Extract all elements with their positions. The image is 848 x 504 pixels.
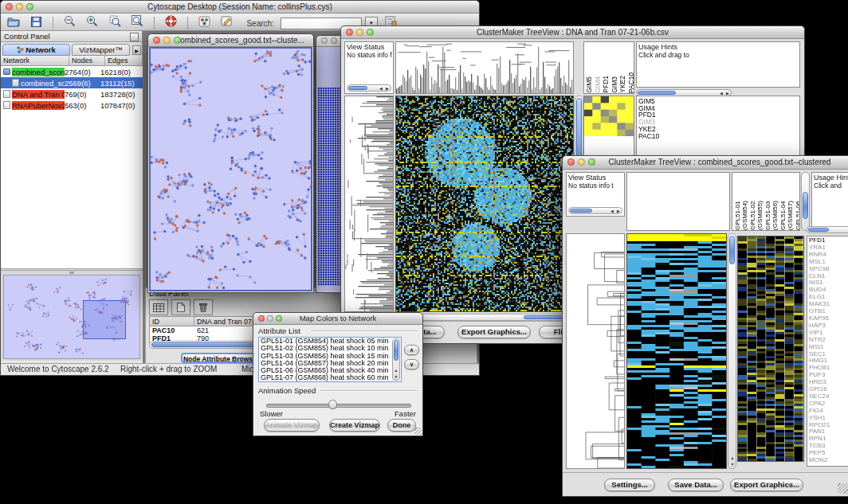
scroll-up-icon[interactable]: ▲ [393, 368, 399, 373]
column-label[interactable]: GPL51-04 (GSM857) [779, 173, 794, 230]
attribute-table-icon[interactable] [149, 299, 168, 315]
minimize-button[interactable] [267, 315, 273, 322]
attribute-item[interactable]: GPL51-07 (GSM868) heat shock 60 min [259, 374, 401, 381]
network-row[interactable]: RNAPuberNov2+ 563(0) 107847(0) [1, 100, 143, 111]
heatmap-vscrollbar[interactable]: ▲ ▼ [728, 233, 736, 469]
treeview-dna-titlebar[interactable]: ClusterMaker TreeView : DNA and Tran 07-… [341, 26, 804, 39]
column-label[interactable]: PAC10 [628, 72, 635, 93]
row-dendrogram-canvas[interactable] [567, 234, 624, 468]
scroll-thumb[interactable] [808, 228, 829, 232]
zoom-selected-icon[interactable] [105, 14, 124, 28]
delete-attribute-trash-icon[interactable] [194, 299, 213, 315]
close-button[interactable] [321, 37, 328, 44]
col-network[interactable]: Network [1, 56, 69, 65]
minimize-button[interactable] [331, 37, 337, 44]
help-lifering-icon[interactable] [162, 14, 181, 28]
export-graphics-button[interactable]: Export Graphics... [730, 479, 803, 491]
close-button[interactable] [6, 3, 13, 10]
view-status-hscrollbar[interactable]: ◀ ▶ [568, 207, 622, 214]
tab-network[interactable]: Network [2, 44, 70, 56]
minimize-button[interactable] [16, 3, 23, 10]
row-dendrogram-canvas[interactable] [345, 96, 393, 311]
column-label[interactable]: GIM3 [611, 76, 619, 93]
zoom-button[interactable] [276, 315, 282, 322]
gene-label[interactable]: GIM5 [638, 98, 799, 105]
new-attribute-icon[interactable] [171, 299, 190, 315]
animation-speed-slider-thumb[interactable] [328, 400, 337, 409]
col-id[interactable]: ID [150, 317, 194, 326]
labels-vscrollbar[interactable] [801, 172, 810, 231]
overview-viewport-rect[interactable] [83, 300, 127, 339]
col-nodes[interactable]: Nodes [69, 56, 105, 65]
gene-label[interactable]: YKE2 [638, 126, 799, 133]
scroll-right-icon[interactable]: ▶ [615, 209, 622, 214]
annotation-icon[interactable] [218, 14, 237, 29]
column-label[interactable]: GIM5 [586, 76, 594, 93]
network-row[interactable]: combined_scores 2764(0) 16218(0) [1, 66, 143, 77]
network-row[interactable]: DNA and Tran 07 769(0) 183728(0) [1, 88, 143, 100]
gene-label[interactable]: GIM4 [638, 105, 799, 112]
tab-overflow-button[interactable]: ▶ [132, 45, 141, 55]
animation-speed-slider-track[interactable] [266, 404, 411, 408]
save-data-button[interactable]: Save Data... [668, 479, 724, 491]
secondary-heatmap-canvas[interactable] [738, 236, 803, 461]
scroll-up-icon[interactable]: ▲ [729, 455, 736, 461]
settings-button[interactable]: Settings... [604, 479, 655, 491]
gene-label[interactable]: MON2 [809, 457, 848, 464]
animate-vizmap-button[interactable]: Animate Vizmap [264, 419, 320, 432]
open-file-icon[interactable] [4, 14, 23, 29]
close-button[interactable] [258, 315, 265, 322]
column-dendrogram-canvas[interactable] [396, 42, 573, 93]
column-label[interactable]: GPL51-06 (GSM865) [795, 173, 800, 230]
minimize-button[interactable] [356, 29, 363, 36]
export-graphics-button[interactable]: Export Graphics... [457, 326, 531, 338]
view-status-hscrollbar[interactable]: ◀ ▶ [347, 84, 391, 92]
minimize-button[interactable] [578, 158, 585, 166]
scroll-thumb[interactable] [803, 192, 808, 219]
column-label[interactable]: YKE2 [619, 76, 627, 93]
vizmap-colors-icon[interactable] [195, 14, 214, 29]
network-row[interactable]: combined_sco 2569(6) 13112(15) [1, 77, 143, 88]
zoom-fit-icon[interactable] [128, 14, 147, 28]
main-titlebar[interactable]: Cytoscape Desktop (Session Name: collins… [1, 1, 479, 14]
dialog-titlebar[interactable]: Map Colors to Network [253, 313, 422, 325]
column-label[interactable]: GPL51-01 (GSM854) [734, 173, 748, 230]
scroll-down-icon[interactable]: ▼ [393, 374, 399, 380]
move-up-button[interactable]: ∧ [404, 345, 419, 355]
column-label[interactable]: GIM4 [595, 76, 603, 93]
scroll-thumb[interactable] [348, 86, 367, 90]
scroll-thumb[interactable] [570, 209, 592, 213]
zoom-out-icon[interactable] [60, 14, 79, 28]
scroll-left-icon[interactable]: ◀ [378, 86, 384, 92]
close-button[interactable] [153, 37, 160, 44]
column-label[interactable]: GPL51-02 (GSM855) [749, 173, 764, 230]
gene-label[interactable]: PFD1 [638, 111, 799, 119]
tab-vizmapper[interactable]: VizMapper™ [72, 44, 130, 56]
create-vizmap-button[interactable]: Create Vizmap [329, 419, 380, 432]
gene-label[interactable]: PAC10 [638, 133, 799, 140]
scroll-down-icon[interactable]: ▼ [729, 462, 736, 467]
expression-heatmap-canvas[interactable] [396, 96, 573, 311]
col-edges[interactable]: Edges [105, 56, 143, 65]
close-button[interactable] [346, 29, 353, 36]
heatmap-hscrollbar[interactable] [395, 314, 583, 321]
zoom-button[interactable] [367, 29, 374, 36]
zoom-button[interactable] [588, 158, 595, 166]
zoom-button[interactable] [174, 37, 181, 44]
correlation-matrix-canvas[interactable] [584, 96, 634, 136]
network-graph-canvas[interactable] [151, 49, 311, 290]
zoom-in-icon[interactable] [83, 14, 102, 28]
resize-grip[interactable] [838, 483, 848, 494]
expression-heatmap-canvas[interactable] [627, 234, 726, 468]
divider-handle[interactable] [69, 272, 74, 274]
done-button[interactable]: Done [387, 419, 416, 432]
gene-list-hscrollbar[interactable] [807, 226, 848, 233]
move-down-button[interactable]: ∨ [404, 359, 419, 369]
column-label[interactable]: PFD1 [603, 76, 610, 93]
resize-grip[interactable] [414, 428, 422, 435]
scroll-thumb[interactable] [729, 236, 735, 264]
column-label[interactable]: GPL51-03 (GSM856) [764, 173, 779, 230]
scroll-left-icon[interactable]: ◀ [609, 209, 615, 214]
treeview-combined-titlebar[interactable]: ClusterMaker TreeView : combined_scores_… [563, 156, 848, 170]
scroll-thumb[interactable] [638, 91, 676, 95]
